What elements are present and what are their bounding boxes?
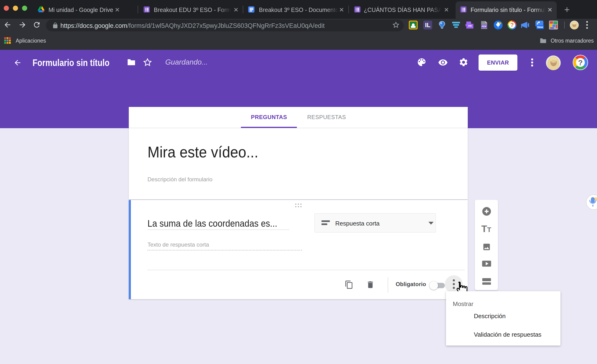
svg-text:PDF: PDF: [482, 25, 487, 28]
svg-text:rw: rw: [468, 24, 472, 27]
